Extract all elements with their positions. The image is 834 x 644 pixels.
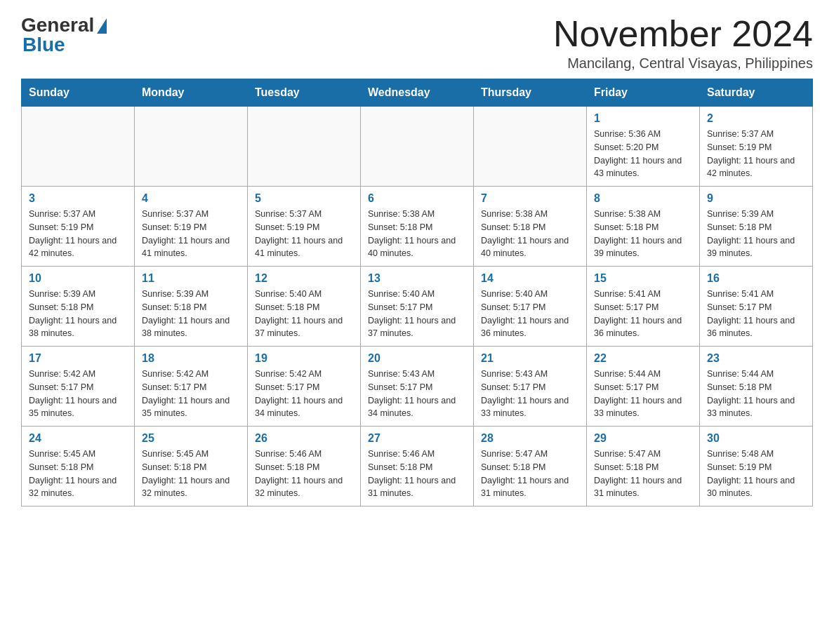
day-number: 24 — [29, 432, 127, 445]
calendar-cell: 16Sunrise: 5:41 AMSunset: 5:17 PMDayligh… — [700, 267, 813, 347]
day-number: 9 — [707, 192, 805, 205]
day-number: 17 — [29, 352, 127, 365]
day-number: 5 — [255, 192, 353, 205]
day-info: Sunrise: 5:46 AMSunset: 5:18 PMDaylight:… — [255, 448, 353, 500]
day-info: Sunrise: 5:41 AMSunset: 5:17 PMDaylight:… — [594, 288, 692, 340]
day-number: 7 — [481, 192, 579, 205]
day-number: 1 — [594, 112, 692, 125]
calendar-header-tuesday: Tuesday — [248, 79, 361, 107]
day-number: 2 — [707, 112, 805, 125]
calendar-cell: 22Sunrise: 5:44 AMSunset: 5:17 PMDayligh… — [587, 347, 700, 427]
day-number: 30 — [707, 432, 805, 445]
calendar-week-5: 24Sunrise: 5:45 AMSunset: 5:18 PMDayligh… — [22, 427, 813, 507]
calendar-cell: 13Sunrise: 5:40 AMSunset: 5:17 PMDayligh… — [361, 267, 474, 347]
day-number: 11 — [142, 272, 240, 285]
calendar-cell: 30Sunrise: 5:48 AMSunset: 5:19 PMDayligh… — [700, 427, 813, 507]
page-header: General Blue November 2024 Mancilang, Ce… — [21, 14, 813, 72]
day-number: 19 — [255, 352, 353, 365]
calendar-cell: 29Sunrise: 5:47 AMSunset: 5:18 PMDayligh… — [587, 427, 700, 507]
calendar-cell: 17Sunrise: 5:42 AMSunset: 5:17 PMDayligh… — [22, 347, 135, 427]
calendar-header-row: SundayMondayTuesdayWednesdayThursdayFrid… — [22, 79, 813, 107]
day-number: 4 — [142, 192, 240, 205]
calendar-cell: 9Sunrise: 5:39 AMSunset: 5:18 PMDaylight… — [700, 187, 813, 267]
logo-blue-text: Blue — [22, 34, 65, 56]
day-number: 20 — [368, 352, 466, 365]
day-info: Sunrise: 5:41 AMSunset: 5:17 PMDaylight:… — [707, 288, 805, 340]
day-info: Sunrise: 5:42 AMSunset: 5:17 PMDaylight:… — [29, 368, 127, 420]
day-number: 16 — [707, 272, 805, 285]
day-number: 27 — [368, 432, 466, 445]
calendar-cell — [135, 107, 248, 187]
day-info: Sunrise: 5:40 AMSunset: 5:17 PMDaylight:… — [481, 288, 579, 340]
day-info: Sunrise: 5:48 AMSunset: 5:19 PMDaylight:… — [707, 448, 805, 500]
day-number: 21 — [481, 352, 579, 365]
day-info: Sunrise: 5:37 AMSunset: 5:19 PMDaylight:… — [255, 208, 353, 260]
day-info: Sunrise: 5:44 AMSunset: 5:18 PMDaylight:… — [707, 368, 805, 420]
title-block: November 2024 Mancilang, Central Visayas… — [553, 14, 813, 72]
day-info: Sunrise: 5:38 AMSunset: 5:18 PMDaylight:… — [594, 208, 692, 260]
calendar-cell: 3Sunrise: 5:37 AMSunset: 5:19 PMDaylight… — [22, 187, 135, 267]
day-info: Sunrise: 5:45 AMSunset: 5:18 PMDaylight:… — [142, 448, 240, 500]
day-info: Sunrise: 5:37 AMSunset: 5:19 PMDaylight:… — [29, 208, 127, 260]
calendar-week-4: 17Sunrise: 5:42 AMSunset: 5:17 PMDayligh… — [22, 347, 813, 427]
day-info: Sunrise: 5:38 AMSunset: 5:18 PMDaylight:… — [368, 208, 466, 260]
day-number: 13 — [368, 272, 466, 285]
calendar-cell: 15Sunrise: 5:41 AMSunset: 5:17 PMDayligh… — [587, 267, 700, 347]
day-number: 23 — [707, 352, 805, 365]
day-info: Sunrise: 5:47 AMSunset: 5:18 PMDaylight:… — [481, 448, 579, 500]
day-number: 18 — [142, 352, 240, 365]
day-number: 26 — [255, 432, 353, 445]
day-info: Sunrise: 5:39 AMSunset: 5:18 PMDaylight:… — [707, 208, 805, 260]
calendar-week-1: 1Sunrise: 5:36 AMSunset: 5:20 PMDaylight… — [22, 107, 813, 187]
day-info: Sunrise: 5:43 AMSunset: 5:17 PMDaylight:… — [368, 368, 466, 420]
calendar-header-saturday: Saturday — [700, 79, 813, 107]
calendar-cell: 4Sunrise: 5:37 AMSunset: 5:19 PMDaylight… — [135, 187, 248, 267]
day-info: Sunrise: 5:37 AMSunset: 5:19 PMDaylight:… — [707, 128, 805, 180]
day-number: 28 — [481, 432, 579, 445]
day-info: Sunrise: 5:43 AMSunset: 5:17 PMDaylight:… — [481, 368, 579, 420]
day-info: Sunrise: 5:46 AMSunset: 5:18 PMDaylight:… — [368, 448, 466, 500]
day-number: 25 — [142, 432, 240, 445]
day-info: Sunrise: 5:40 AMSunset: 5:18 PMDaylight:… — [255, 288, 353, 340]
calendar-cell: 23Sunrise: 5:44 AMSunset: 5:18 PMDayligh… — [700, 347, 813, 427]
calendar-cell: 7Sunrise: 5:38 AMSunset: 5:18 PMDaylight… — [474, 187, 587, 267]
calendar-week-2: 3Sunrise: 5:37 AMSunset: 5:19 PMDaylight… — [22, 187, 813, 267]
day-number: 15 — [594, 272, 692, 285]
calendar-header-monday: Monday — [135, 79, 248, 107]
day-number: 6 — [368, 192, 466, 205]
month-title: November 2024 — [553, 14, 813, 54]
day-info: Sunrise: 5:37 AMSunset: 5:19 PMDaylight:… — [142, 208, 240, 260]
location-text: Mancilang, Central Visayas, Philippines — [553, 55, 813, 72]
calendar-cell: 5Sunrise: 5:37 AMSunset: 5:19 PMDaylight… — [248, 187, 361, 267]
day-number: 22 — [594, 352, 692, 365]
day-info: Sunrise: 5:45 AMSunset: 5:18 PMDaylight:… — [29, 448, 127, 500]
calendar-cell: 2Sunrise: 5:37 AMSunset: 5:19 PMDaylight… — [700, 107, 813, 187]
day-info: Sunrise: 5:42 AMSunset: 5:17 PMDaylight:… — [142, 368, 240, 420]
calendar-cell — [22, 107, 135, 187]
logo: General Blue — [21, 14, 107, 56]
day-number: 3 — [29, 192, 127, 205]
day-number: 14 — [481, 272, 579, 285]
calendar-cell: 25Sunrise: 5:45 AMSunset: 5:18 PMDayligh… — [135, 427, 248, 507]
day-number: 12 — [255, 272, 353, 285]
day-number: 10 — [29, 272, 127, 285]
calendar-header-wednesday: Wednesday — [361, 79, 474, 107]
day-info: Sunrise: 5:40 AMSunset: 5:17 PMDaylight:… — [368, 288, 466, 340]
calendar-cell: 8Sunrise: 5:38 AMSunset: 5:18 PMDaylight… — [587, 187, 700, 267]
calendar-cell: 27Sunrise: 5:46 AMSunset: 5:18 PMDayligh… — [361, 427, 474, 507]
calendar-cell — [474, 107, 587, 187]
day-info: Sunrise: 5:44 AMSunset: 5:17 PMDaylight:… — [594, 368, 692, 420]
calendar-table: SundayMondayTuesdayWednesdayThursdayFrid… — [21, 79, 813, 507]
calendar-cell: 28Sunrise: 5:47 AMSunset: 5:18 PMDayligh… — [474, 427, 587, 507]
calendar-week-3: 10Sunrise: 5:39 AMSunset: 5:18 PMDayligh… — [22, 267, 813, 347]
day-info: Sunrise: 5:39 AMSunset: 5:18 PMDaylight:… — [142, 288, 240, 340]
day-info: Sunrise: 5:42 AMSunset: 5:17 PMDaylight:… — [255, 368, 353, 420]
calendar-cell: 6Sunrise: 5:38 AMSunset: 5:18 PMDaylight… — [361, 187, 474, 267]
calendar-cell: 1Sunrise: 5:36 AMSunset: 5:20 PMDaylight… — [587, 107, 700, 187]
day-info: Sunrise: 5:36 AMSunset: 5:20 PMDaylight:… — [594, 128, 692, 180]
calendar-cell: 19Sunrise: 5:42 AMSunset: 5:17 PMDayligh… — [248, 347, 361, 427]
calendar-cell: 26Sunrise: 5:46 AMSunset: 5:18 PMDayligh… — [248, 427, 361, 507]
calendar-cell: 11Sunrise: 5:39 AMSunset: 5:18 PMDayligh… — [135, 267, 248, 347]
calendar-cell: 21Sunrise: 5:43 AMSunset: 5:17 PMDayligh… — [474, 347, 587, 427]
calendar-cell: 24Sunrise: 5:45 AMSunset: 5:18 PMDayligh… — [22, 427, 135, 507]
